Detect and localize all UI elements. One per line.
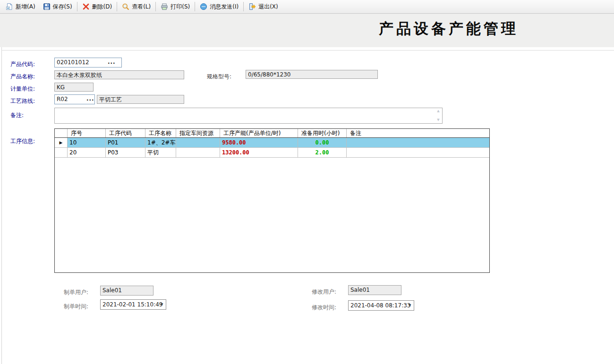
- remark-scroll-down-icon[interactable]: ▼: [435, 118, 441, 123]
- process-route-lookup-button[interactable]: ···: [86, 98, 94, 102]
- modify-user-field: Sale01: [348, 285, 401, 295]
- remark-scroll-up-icon[interactable]: ▲: [435, 109, 441, 114]
- print-button-label: 打印(S): [171, 3, 190, 11]
- view-button[interactable]: 查看(L): [118, 1, 154, 12]
- create-user-field: Sale01: [100, 286, 154, 296]
- grid-cell[interactable]: 0.00: [298, 138, 347, 147]
- spec-model-label: 规格型号:: [207, 73, 231, 81]
- grid-cell[interactable]: 1#、2#车间: [145, 138, 176, 147]
- grid-column-header[interactable]: 工序代码: [106, 129, 145, 137]
- modify-time-label: 修改时间:: [312, 304, 336, 312]
- create-time-label: 制单时间:: [64, 303, 88, 311]
- exit-icon: [248, 3, 256, 10]
- print-icon: [161, 3, 168, 10]
- toolbar-separator: [117, 2, 117, 11]
- print-button[interactable]: 打印(S): [157, 1, 194, 12]
- modify-time-dropdown-icon[interactable]: ▼: [409, 304, 612, 307]
- spec-model-field: 0/65/880*1230: [246, 70, 378, 79]
- view-button-label: 查看(L): [132, 3, 151, 11]
- remark-textarea[interactable]: [54, 108, 443, 124]
- create-user-label: 制单用户:: [64, 288, 88, 296]
- toolbar: 新增(A) 保存(S) 删除(D) 查看(L): [0, 0, 614, 14]
- toolbar-separator: [243, 2, 244, 11]
- modify-time-picker[interactable]: 2021-04-08 08:17:33: [348, 300, 414, 311]
- process-grid-header: 序号工序代码工序名称指定车间资源工序产能(产品单位/时)准备用时(小时)备注: [55, 129, 489, 138]
- process-grid: 序号工序代码工序名称指定车间资源工序产能(产品单位/时)准备用时(小时)备注 ▶…: [54, 128, 490, 273]
- process-route-label: 工艺路线:: [10, 97, 35, 105]
- row-indicator: [55, 148, 68, 157]
- unit-field: KG: [54, 83, 94, 92]
- grid-cell[interactable]: P01: [106, 138, 145, 147]
- grid-cell[interactable]: 平切: [145, 148, 176, 157]
- grid-cell[interactable]: 2.00: [298, 148, 347, 157]
- save-icon: [43, 3, 51, 10]
- process-info-label: 工序信息:: [10, 137, 35, 145]
- toolbar-separator: [195, 2, 195, 11]
- grid-cell[interactable]: [176, 148, 220, 157]
- new-button-label: 新增(A): [16, 3, 35, 11]
- save-button[interactable]: 保存(S): [39, 1, 76, 12]
- grid-cell[interactable]: [347, 138, 489, 147]
- grid-column-header[interactable]: 工序名称: [145, 129, 176, 137]
- grid-cell[interactable]: 13200.00: [220, 148, 298, 157]
- process-grid-body: ▶10P011#、2#车间9580.000.0020P03平切13200.002…: [55, 138, 489, 158]
- view-icon: [122, 3, 129, 10]
- exit-button[interactable]: 退出(X): [245, 1, 282, 12]
- delete-button[interactable]: 删除(D): [78, 1, 116, 12]
- app-window: 新增(A) 保存(S) 删除(D) 查看(L): [0, 0, 614, 364]
- remark-label: 备注:: [10, 111, 24, 119]
- send-message-button-label: 消息发送(I): [210, 3, 239, 11]
- exit-button-label: 退出(X): [258, 3, 278, 11]
- grid-row[interactable]: ▶10P011#、2#车间9580.000.00: [55, 138, 489, 148]
- modify-user-label: 修改用户:: [312, 288, 336, 296]
- grid-column-header[interactable]: 工序产能(产品单位/时): [220, 129, 298, 137]
- grid-cell[interactable]: 9580.00: [220, 138, 298, 147]
- row-indicator-header: [55, 129, 68, 137]
- grid-column-header[interactable]: 序号: [68, 129, 106, 137]
- grid-row[interactable]: 20P03平切13200.002.00: [55, 148, 489, 158]
- page-title: 产品设备产能管理: [331, 19, 567, 39]
- grid-column-header[interactable]: 准备用时(小时): [298, 129, 347, 137]
- delete-icon: [82, 3, 90, 10]
- new-document-icon: [6, 3, 13, 10]
- process-route-name-field: 平切工艺: [97, 95, 184, 104]
- grid-cell[interactable]: 20: [68, 148, 106, 157]
- unit-label: 计量单位:: [10, 85, 35, 93]
- grid-column-header[interactable]: 备注: [347, 129, 489, 137]
- toolbar-separator: [155, 2, 156, 11]
- grid-cell[interactable]: 10: [68, 138, 106, 147]
- grid-column-header[interactable]: 指定车间资源: [176, 129, 220, 137]
- product-name-label: 产品名称:: [10, 73, 35, 81]
- new-button[interactable]: 新增(A): [2, 1, 39, 12]
- grid-cell[interactable]: P03: [106, 148, 145, 157]
- send-message-button[interactable]: 消息发送(I): [196, 1, 242, 12]
- create-time-picker[interactable]: 2021-02-01 15:10:49: [100, 299, 166, 310]
- toolbar-separator: [77, 2, 77, 11]
- grid-cell[interactable]: [176, 138, 220, 147]
- current-row-arrow-icon: ▶: [55, 138, 68, 147]
- product-code-label: 产品代码:: [10, 60, 35, 68]
- panel-top-divider: [1, 50, 614, 51]
- message-icon: [200, 3, 207, 10]
- product-name-field: 本白全木浆双胶纸: [54, 70, 184, 79]
- save-button-label: 保存(S): [53, 3, 72, 11]
- delete-button-label: 删除(D): [92, 3, 112, 11]
- product-code-lookup-button[interactable]: ···: [108, 61, 116, 66]
- grid-cell[interactable]: [347, 148, 489, 157]
